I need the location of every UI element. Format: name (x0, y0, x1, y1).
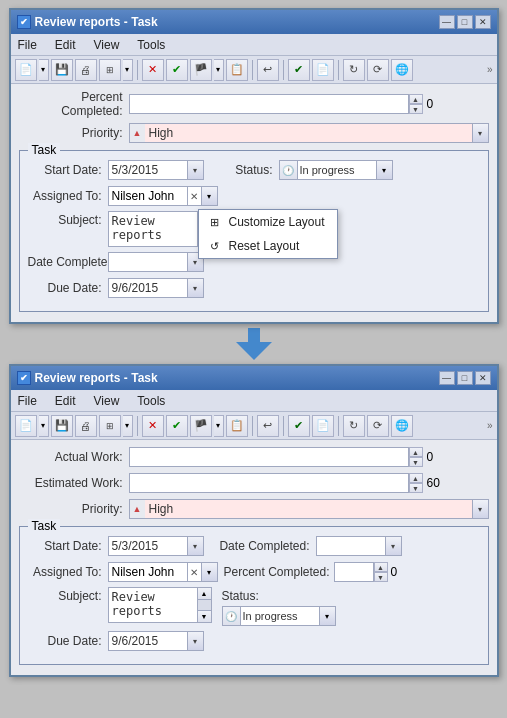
menu-edit-2[interactable]: Edit (52, 393, 79, 409)
tb-save-2[interactable]: 💾 (51, 415, 73, 437)
priority-arrow-1[interactable]: ▾ (473, 123, 489, 143)
start-date-input-1[interactable] (108, 160, 188, 180)
priority-arrow-2[interactable]: ▾ (473, 499, 489, 519)
tb-sep-1 (137, 60, 138, 80)
actual-work-row-2: Actual Work: ▲ ▼ 0 (19, 446, 489, 468)
menu-tools-1[interactable]: Tools (134, 37, 168, 53)
close-btn-1[interactable]: ✕ (475, 15, 491, 29)
maximize-btn-1[interactable]: □ (457, 15, 473, 29)
percent-up-2[interactable]: ▲ (374, 562, 388, 572)
actual-work-up-2[interactable]: ▲ (409, 447, 423, 457)
tb-flag-2[interactable]: 🏴 (190, 415, 212, 437)
tb-check2-2[interactable]: ✔ (288, 415, 310, 437)
tb-check-1[interactable]: ✔ (166, 59, 188, 81)
tb-globe-1[interactable]: 🌐 (391, 59, 413, 81)
tb-new-dropdown-1[interactable]: ▾ (39, 59, 49, 81)
tb-delete-1[interactable]: ✕ (142, 59, 164, 81)
actual-work-input-2[interactable] (129, 447, 409, 467)
tb-new-dropdown-2[interactable]: ▾ (39, 415, 49, 437)
tb-print2-1[interactable]: ⊞ (99, 59, 121, 81)
tb-refresh-1[interactable]: ↻ (343, 59, 365, 81)
menu-tools-2[interactable]: Tools (134, 393, 168, 409)
ctx-reset-label-1: Reset Layout (229, 239, 300, 253)
tb-delete-2[interactable]: ✕ (142, 415, 164, 437)
priority-combo-1[interactable]: ▲ High ▾ (129, 123, 489, 143)
priority-row-1: Priority: ▲ High ▾ (19, 122, 489, 144)
percent-completed-input-2[interactable] (334, 562, 374, 582)
subject-input-2[interactable]: Review reports (108, 587, 198, 623)
tb-undo-2[interactable]: ↩ (257, 415, 279, 437)
scroll-up-2[interactable]: ▲ (198, 588, 211, 600)
due-date-input-2[interactable] (108, 631, 188, 651)
tb-check-2[interactable]: ✔ (166, 415, 188, 437)
menu-file-1[interactable]: File (15, 37, 40, 53)
start-date-arrow-1[interactable]: ▾ (188, 160, 204, 180)
menu-view-1[interactable]: View (91, 37, 123, 53)
due-date-arrow-1[interactable]: ▾ (188, 278, 204, 298)
tb-flag-dropdown-2[interactable]: ▾ (214, 415, 224, 437)
tb-copy-2[interactable]: 📋 (226, 415, 248, 437)
tb-globe-2[interactable]: 🌐 (391, 415, 413, 437)
date-completed-input-2[interactable] (316, 536, 386, 556)
priority-combo-2[interactable]: ▲ High ▾ (129, 499, 489, 519)
minimize-btn-2[interactable]: — (439, 371, 455, 385)
tb-flag-dropdown-1[interactable]: ▾ (214, 59, 224, 81)
tb-refresh2-1[interactable]: ⟳ (367, 59, 389, 81)
tb-flag-1[interactable]: 🏴 (190, 59, 212, 81)
subject-input-1[interactable]: Review reports (108, 211, 198, 247)
actual-work-down-2[interactable]: ▼ (409, 457, 423, 467)
tb-expand-1[interactable]: » (487, 64, 493, 75)
scroll-down-2[interactable]: ▼ (198, 610, 211, 622)
tb-undo-1[interactable]: ↩ (257, 59, 279, 81)
tb-sep4-2 (338, 416, 339, 436)
start-date-input-2[interactable] (108, 536, 188, 556)
tb-check2-1[interactable]: ✔ (288, 59, 310, 81)
tb-sep2-1 (252, 60, 253, 80)
tb-save-1[interactable]: 💾 (51, 59, 73, 81)
menu-edit-1[interactable]: Edit (52, 37, 79, 53)
assigned-clear-2[interactable]: ✕ (188, 562, 202, 582)
status-combo-1: 🕐 In progress ▾ (279, 160, 393, 180)
status-arrow-1[interactable]: ▾ (377, 160, 393, 180)
tb-refresh2-2[interactable]: ⟳ (367, 415, 389, 437)
date-completed-arrow-2[interactable]: ▾ (386, 536, 402, 556)
tb-print2-2[interactable]: ⊞ (99, 415, 121, 437)
close-btn-2[interactable]: ✕ (475, 371, 491, 385)
date-completed-input-1[interactable] (108, 252, 188, 272)
assigned-arrow-1[interactable]: ▾ (202, 186, 218, 206)
menu-view-2[interactable]: View (91, 393, 123, 409)
estimated-work-up-2[interactable]: ▲ (409, 473, 423, 483)
tb-copy-1[interactable]: 📋 (226, 59, 248, 81)
percent-completed-input-1[interactable] (129, 94, 409, 114)
assigned-arrow-2[interactable]: ▾ (202, 562, 218, 582)
minimize-btn-1[interactable]: — (439, 15, 455, 29)
estimated-work-down-2[interactable]: ▼ (409, 483, 423, 493)
tb-doc-1[interactable]: 📄 (312, 59, 334, 81)
assigned-input-1[interactable] (108, 186, 188, 206)
maximize-btn-2[interactable]: □ (457, 371, 473, 385)
tb-new-1[interactable]: 📄 (15, 59, 37, 81)
assigned-input-2[interactable] (108, 562, 188, 582)
subject-scrollbar-2: ▲ ▼ (198, 587, 212, 623)
tb-expand-2[interactable]: » (487, 420, 493, 431)
status-arrow-2[interactable]: ▾ (320, 606, 336, 626)
percent-down-2[interactable]: ▼ (374, 572, 388, 582)
due-date-arrow-2[interactable]: ▾ (188, 631, 204, 651)
start-date-arrow-2[interactable]: ▾ (188, 536, 204, 556)
actual-work-field-2: ▲ ▼ 0 (129, 447, 434, 467)
percent-up-1[interactable]: ▲ (409, 94, 423, 104)
tb-refresh-2[interactable]: ↻ (343, 415, 365, 437)
assigned-clear-1[interactable]: ✕ (188, 186, 202, 206)
tb-doc-2[interactable]: 📄 (312, 415, 334, 437)
due-date-input-1[interactable] (108, 278, 188, 298)
percent-down-1[interactable]: ▼ (409, 104, 423, 114)
tb-print-1[interactable]: 🖨 (75, 59, 97, 81)
ctx-customize-1[interactable]: ⊞ Customize Layout (199, 210, 337, 234)
tb-print-dropdown-2[interactable]: ▾ (123, 415, 133, 437)
ctx-reset-1[interactable]: ↺ Reset Layout (199, 234, 337, 258)
estimated-work-input-2[interactable] (129, 473, 409, 493)
tb-print-2[interactable]: 🖨 (75, 415, 97, 437)
menu-file-2[interactable]: File (15, 393, 40, 409)
tb-print-dropdown-1[interactable]: ▾ (123, 59, 133, 81)
tb-new-2[interactable]: 📄 (15, 415, 37, 437)
